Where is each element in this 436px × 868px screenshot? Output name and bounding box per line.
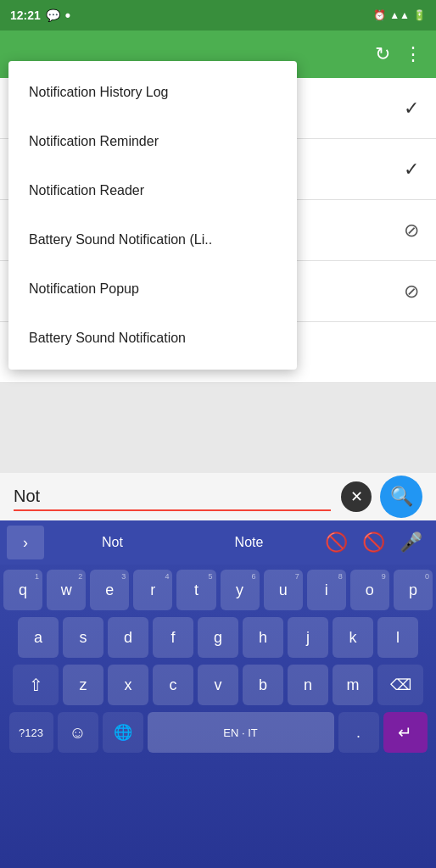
key-v[interactable]: v: [198, 665, 238, 705]
suggestions-row: › Not Note 🚫 🚫 🎤: [0, 520, 436, 565]
globe-key[interactable]: 🌐: [103, 712, 143, 753]
key-u[interactable]: 7u: [264, 570, 303, 610]
period-key[interactable]: .: [338, 712, 379, 753]
dropdown-item-battery[interactable]: Battery Sound Notification: [8, 314, 297, 363]
mic-icon: 🎤: [400, 531, 422, 554]
key-q[interactable]: 1q: [3, 570, 42, 610]
refresh-button[interactable]: ↻: [375, 43, 390, 65]
key-m[interactable]: m: [333, 665, 373, 705]
close-icon: ✕: [350, 487, 363, 506]
dropdown-item-reminder[interactable]: Notification Reminder: [8, 117, 297, 166]
dropdown-item-label: Notification History Log: [29, 85, 169, 100]
dropdown-item-label: Notification Popup: [29, 281, 139, 297]
dropdown-item-popup[interactable]: Notification Popup: [8, 264, 297, 314]
key-e[interactable]: 3e: [90, 570, 129, 610]
key-d[interactable]: d: [108, 617, 148, 658]
key-t[interactable]: 5t: [176, 570, 215, 610]
search-input-container: [14, 483, 331, 511]
emoji-icon-1: 🚫: [325, 531, 348, 554]
key-row-1: 1q 2w 3e 4r 5t 6y 7u 8i 9o 0p: [3, 570, 433, 610]
block-icon: ⊘: [404, 220, 419, 242]
check-icon: ✓: [404, 97, 419, 120]
microphone-button[interactable]: 🎤: [392, 526, 429, 559]
key-c[interactable]: c: [153, 665, 193, 705]
search-icon: 🔍: [390, 486, 413, 508]
keyboard: › Not Note 🚫 🚫 🎤 1q 2w 3e: [0, 520, 436, 868]
suggestion-label: Note: [235, 535, 264, 550]
key-o[interactable]: 9o: [350, 570, 389, 610]
chevron-right-icon: ›: [23, 534, 28, 552]
suggestion-emoji-1[interactable]: 🚫: [317, 526, 355, 559]
more-options-button[interactable]: ⋮: [404, 43, 422, 65]
dropdown-item-label: Battery Sound Notification (Li..: [29, 232, 212, 248]
key-w[interactable]: 2w: [47, 570, 86, 610]
key-z[interactable]: z: [63, 665, 103, 705]
key-x[interactable]: x: [108, 665, 148, 705]
key-r[interactable]: 4r: [133, 570, 172, 610]
key-j[interactable]: j: [288, 617, 328, 658]
space-key[interactable]: EN · IT: [148, 712, 334, 753]
enter-key[interactable]: ↵: [383, 712, 428, 753]
suggestion-expand-button[interactable]: ›: [7, 526, 44, 559]
search-input[interactable]: [14, 483, 331, 509]
key-k[interactable]: k: [333, 617, 373, 658]
app-container: ↻ ⋮ Notification Reminder ✓ Notification…: [0, 31, 436, 868]
symbols-key[interactable]: ?123: [9, 712, 53, 753]
key-rows: 1q 2w 3e 4r 5t 6y 7u 8i 9o 0p a s d f g …: [0, 565, 436, 753]
battery-icon: 🔋: [413, 9, 426, 21]
dropdown-item-history-log[interactable]: Notification History Log: [8, 68, 297, 117]
status-bar-left: 12:21 💬 •: [10, 7, 70, 25]
suggestion-label: Not: [102, 535, 123, 550]
block-icon: ⊘: [404, 281, 419, 303]
search-bar: ✕ 🔍: [0, 473, 436, 520]
status-bar: 12:21 💬 • ⏰ ▲▲ 🔋: [0, 0, 436, 31]
dropdown-menu: Notification History Log Notification Re…: [8, 61, 297, 370]
emoji-face-key[interactable]: ☺: [58, 712, 98, 753]
signal-icon: ▲▲: [389, 9, 410, 21]
dropdown-item-reader[interactable]: Notification Reader: [8, 166, 297, 215]
chat-icon: 💬: [46, 8, 60, 22]
key-row-3: ⇧ z x c v b n m ⌫: [3, 665, 433, 705]
suggestion-note[interactable]: Note: [181, 526, 317, 559]
key-l[interactable]: l: [377, 617, 418, 658]
dropdown-item-label: Notification Reader: [29, 183, 144, 198]
key-h[interactable]: h: [243, 617, 283, 658]
check-icon: ✓: [404, 159, 419, 181]
key-row-2: a s d f g h j k l: [3, 617, 433, 658]
key-p[interactable]: 0p: [394, 570, 433, 610]
dot-icon: •: [65, 7, 70, 25]
dropdown-item-label: Notification Reminder: [29, 134, 159, 149]
key-i[interactable]: 8i: [307, 570, 346, 610]
dropdown-item-label: Battery Sound Notification: [29, 331, 186, 346]
key-y[interactable]: 6y: [221, 570, 260, 610]
key-f[interactable]: f: [153, 617, 193, 658]
status-bar-right: ⏰ ▲▲ 🔋: [373, 9, 426, 21]
suggestion-emoji-2[interactable]: 🚫: [355, 526, 392, 559]
key-a[interactable]: a: [18, 617, 59, 658]
suggestion-not[interactable]: Not: [44, 526, 181, 559]
key-b[interactable]: b: [243, 665, 283, 705]
key-n[interactable]: n: [288, 665, 328, 705]
dropdown-item-battery-lite[interactable]: Battery Sound Notification (Li..: [8, 215, 297, 264]
shift-key[interactable]: ⇧: [13, 665, 59, 705]
emoji-icon-2: 🚫: [362, 531, 385, 554]
key-s[interactable]: s: [63, 617, 103, 658]
time-display: 12:21: [10, 8, 41, 22]
search-button[interactable]: 🔍: [380, 476, 422, 518]
key-row-bottom: ?123 ☺ 🌐 EN · IT . ↵: [3, 712, 433, 753]
alarm-icon: ⏰: [373, 9, 386, 21]
backspace-key[interactable]: ⌫: [377, 665, 423, 705]
key-g[interactable]: g: [198, 617, 238, 658]
clear-search-button[interactable]: ✕: [341, 481, 372, 512]
